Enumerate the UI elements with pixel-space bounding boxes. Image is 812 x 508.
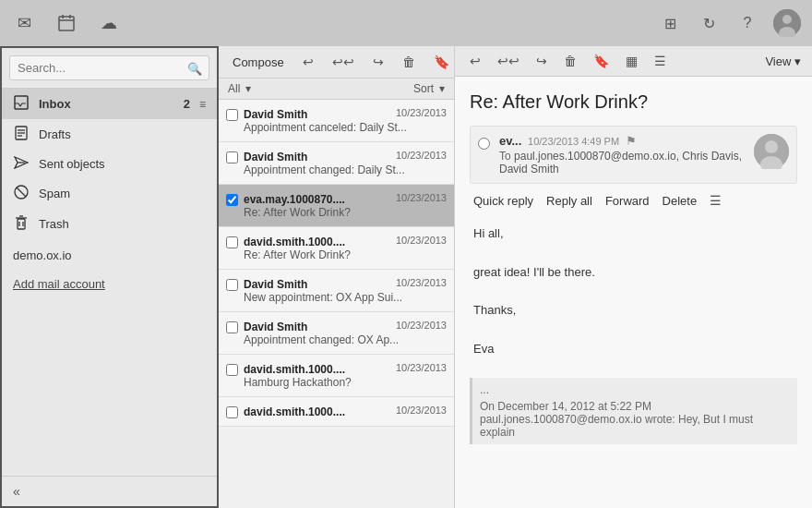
sidebar-item-spam[interactable]: Spam xyxy=(2,178,217,209)
email-subject: Re: After Work Drink? xyxy=(244,206,447,219)
email-checkbox[interactable] xyxy=(226,364,238,376)
email-content: David Smith 10/23/2013 Appointment chang… xyxy=(244,320,447,346)
quick-reply-button[interactable]: Quick reply xyxy=(473,194,533,208)
compose-button[interactable]: Compose xyxy=(228,53,289,72)
email-date: 10/23/2013 xyxy=(396,235,447,246)
detail-delete-icon[interactable]: 🗑 xyxy=(560,52,580,70)
grid-icon[interactable]: ⊞ xyxy=(657,10,683,36)
search-input[interactable] xyxy=(9,55,209,80)
email-checkbox[interactable] xyxy=(226,279,238,291)
email-checkbox[interactable] xyxy=(226,236,238,248)
detail-bookmark-icon[interactable]: 🔖 xyxy=(590,52,613,70)
help-icon[interactable]: ? xyxy=(734,10,760,36)
email-sender: David Smith xyxy=(244,108,307,121)
avatar[interactable] xyxy=(773,9,801,37)
email-select-radio[interactable] xyxy=(478,138,490,150)
email-checkbox[interactable] xyxy=(226,151,238,163)
forward-icon[interactable]: ↪ xyxy=(368,52,388,72)
from-name: ev... xyxy=(499,134,521,148)
mail-icon[interactable]: ✉ xyxy=(11,10,37,36)
email-subject: New appointment: OX App Sui... xyxy=(244,291,447,304)
email-header-row: ev... 10/23/2013 4:49 PM ⚑ To paul.jones… xyxy=(470,126,797,184)
all-filter-arrow: ▾ xyxy=(245,82,251,95)
sent-label: Sent objects xyxy=(39,157,206,171)
email-checkbox[interactable] xyxy=(226,406,238,418)
delete-button[interactable]: Delete xyxy=(663,194,698,208)
email-sender: david.smith.1000.... xyxy=(244,363,345,376)
email-checkbox[interactable] xyxy=(226,109,238,121)
actions-more-icon[interactable]: ☰ xyxy=(710,193,722,208)
reply-all-button[interactable]: Reply all xyxy=(546,194,592,208)
email-list-controls: All ▾ Sort ▾ xyxy=(219,79,454,100)
list-item[interactable]: david.smith.1000.... 10/23/2013 xyxy=(219,397,454,427)
svg-point-22 xyxy=(765,140,778,153)
reply-all-icon[interactable]: ↩↩ xyxy=(328,52,359,72)
detail-reply-all-icon[interactable]: ↩↩ xyxy=(494,52,523,70)
account-name: demo.ox.io xyxy=(2,239,217,272)
sort-button[interactable]: Sort xyxy=(413,82,434,95)
add-mail-account[interactable]: Add mail account xyxy=(2,272,217,296)
reply-icon[interactable]: ↩ xyxy=(298,52,318,72)
delete-icon[interactable]: 🗑 xyxy=(398,52,420,72)
trash-icon xyxy=(13,215,30,233)
email-sender: David Smith xyxy=(244,151,307,163)
inbox-menu-icon[interactable]: ≡ xyxy=(199,98,206,111)
flag-icon[interactable]: ⚑ xyxy=(626,134,637,148)
detail-more-icon[interactable]: ☰ xyxy=(651,52,670,70)
email-date: 10/23/2013 xyxy=(396,362,447,373)
sidebar-item-trash[interactable]: Trash xyxy=(2,209,217,239)
refresh-icon[interactable]: ↻ xyxy=(696,10,722,36)
bookmark-icon[interactable]: 🔖 xyxy=(429,52,454,72)
email-content: David Smith 10/23/2013 New appointment: … xyxy=(244,277,447,304)
list-item[interactable]: David Smith 10/23/2013 Appointment chang… xyxy=(219,312,454,355)
email-content: david.smith.1000.... 10/23/2013 Hamburg … xyxy=(244,362,447,389)
list-item[interactable]: david.smith.1000.... 10/23/2013 Re: Afte… xyxy=(219,227,454,270)
email-date: 10/23/2013 xyxy=(396,320,447,331)
top-bar: ✉ ☁ ⊞ ↻ ? xyxy=(0,0,812,46)
trash-label: Trash xyxy=(39,217,206,231)
email-checkbox[interactable] xyxy=(226,194,238,206)
body-line-5: Thanks, xyxy=(473,301,794,321)
email-actions: Quick reply Reply all Forward Delete ☰ xyxy=(470,193,797,208)
email-sender: david.smith.1000.... xyxy=(244,405,345,418)
email-subject-heading: Re: After Work Drink? xyxy=(470,91,797,113)
view-button[interactable]: View ▾ xyxy=(765,54,801,68)
body-line-3: great idea! I'll be there. xyxy=(473,263,794,283)
from-date: 10/23/2013 4:49 PM xyxy=(525,136,619,147)
search-icon: 🔍 xyxy=(187,61,202,75)
email-sender: David Smith xyxy=(244,321,307,333)
sidebar-item-inbox[interactable]: Inbox 2 ≡ xyxy=(2,89,217,119)
email-sender: eva.may.1000870.... xyxy=(244,193,345,206)
drafts-icon xyxy=(13,126,30,143)
list-item[interactable]: david.smith.1000.... 10/23/2013 Hamburg … xyxy=(219,355,454,397)
detail-archive-icon[interactable]: ▦ xyxy=(622,52,641,70)
sidebar-item-sent[interactable]: Sent objects xyxy=(2,150,217,178)
email-content: david.smith.1000.... 10/23/2013 xyxy=(244,405,447,418)
email-meta: ev... 10/23/2013 4:49 PM ⚑ To paul.jones… xyxy=(499,134,745,175)
forward-button[interactable]: Forward xyxy=(605,194,650,208)
list-item[interactable]: eva.may.1000870.... 10/23/2013 Re: After… xyxy=(219,185,454,227)
inbox-label: Inbox xyxy=(39,97,174,111)
list-item[interactable]: David Smith 10/23/2013 Appointment chang… xyxy=(219,142,454,185)
list-item[interactable]: David Smith 10/23/2013 Appointment cance… xyxy=(219,100,454,142)
email-subject: Re: After Work Drink? xyxy=(244,248,447,261)
email-checkbox[interactable] xyxy=(226,321,238,333)
expand-quote-icon[interactable]: ... xyxy=(480,383,489,396)
email-quoted: ... On December 14, 2012 at 5:22 PM paul… xyxy=(470,378,797,444)
email-sender: david.smith.1000.... xyxy=(244,236,345,248)
detail-toolbar: ↩ ↩↩ ↪ 🗑 🔖 ▦ ☰ View ▾ xyxy=(455,46,812,77)
detail-reply-icon[interactable]: ↩ xyxy=(466,52,484,70)
calendar-icon[interactable] xyxy=(54,10,79,36)
collapse-button[interactable]: « xyxy=(13,484,20,499)
inbox-icon xyxy=(13,95,30,113)
email-content: David Smith 10/23/2013 Appointment cance… xyxy=(244,107,447,134)
spam-label: Spam xyxy=(39,187,206,200)
detail-forward-icon[interactable]: ↪ xyxy=(532,52,551,70)
to-line: To paul.jones.1000870@demo.ox.io, Chris … xyxy=(499,150,745,175)
cloud-icon[interactable]: ☁ xyxy=(96,10,122,36)
sent-icon xyxy=(13,156,30,172)
list-item[interactable]: David Smith 10/23/2013 New appointment: … xyxy=(219,270,454,312)
sidebar-item-drafts[interactable]: Drafts xyxy=(2,119,217,150)
all-filter[interactable]: All xyxy=(228,82,240,95)
email-detail: ↩ ↩↩ ↪ 🗑 🔖 ▦ ☰ View ▾ Re: After Work Dri… xyxy=(455,46,812,508)
